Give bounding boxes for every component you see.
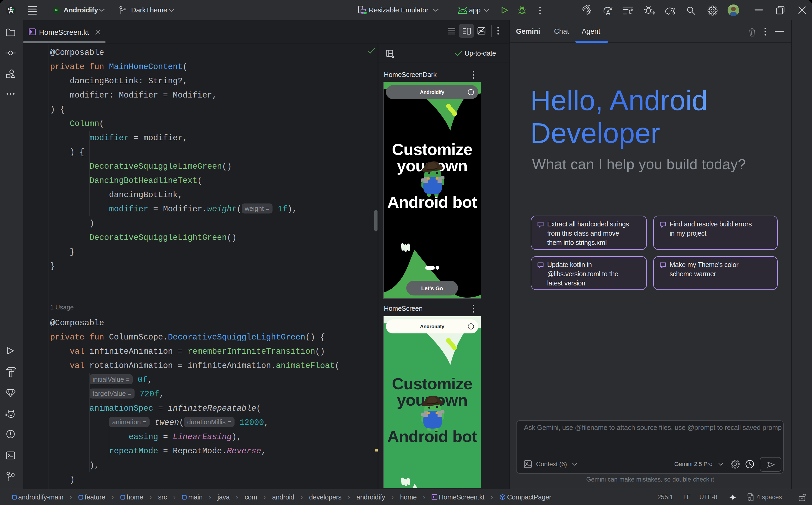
- svg-text:A: A: [606, 9, 610, 16]
